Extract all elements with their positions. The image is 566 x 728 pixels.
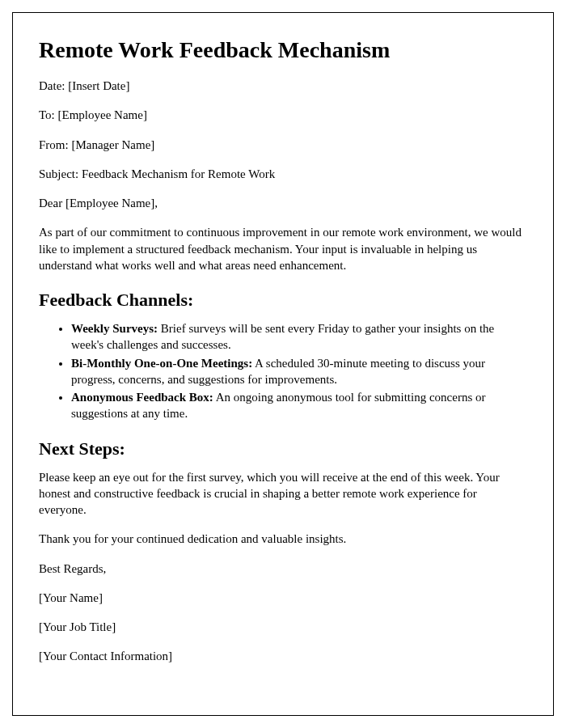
feedback-channels-heading: Feedback Channels: — [39, 290, 527, 311]
channel-label: Weekly Surveys: — [71, 322, 158, 335]
channel-label: Bi-Monthly One-on-One Meetings: — [71, 357, 252, 370]
channel-label: Anonymous Feedback Box: — [71, 391, 213, 404]
signature-contact: [Your Contact Information] — [39, 648, 527, 664]
next-steps-paragraph: Please keep an eye out for the first sur… — [39, 469, 527, 518]
intro-paragraph: As part of our commitment to continuous … — [39, 224, 527, 273]
signature-title: [Your Job Title] — [39, 619, 527, 635]
signature-name: [Your Name] — [39, 590, 527, 606]
list-item: Weekly Surveys: Brief surveys will be se… — [71, 320, 527, 353]
thanks-paragraph: Thank you for your continued dedication … — [39, 531, 527, 547]
page-title: Remote Work Feedback Mechanism — [39, 37, 527, 63]
meta-to: To: [Employee Name] — [39, 107, 527, 123]
list-item: Anonymous Feedback Box: An ongoing anony… — [71, 389, 527, 422]
next-steps-heading: Next Steps: — [39, 438, 527, 459]
meta-from: From: [Manager Name] — [39, 137, 527, 153]
meta-date: Date: [Insert Date] — [39, 78, 527, 94]
salutation: Dear [Employee Name], — [39, 195, 527, 211]
channels-list: Weekly Surveys: Brief surveys will be se… — [39, 320, 527, 422]
meta-subject: Subject: Feedback Mechanism for Remote W… — [39, 166, 527, 182]
document-page: Remote Work Feedback Mechanism Date: [In… — [12, 12, 554, 716]
closing: Best Regards, — [39, 561, 527, 577]
list-item: Bi-Monthly One-on-One Meetings: A schedu… — [71, 355, 527, 388]
